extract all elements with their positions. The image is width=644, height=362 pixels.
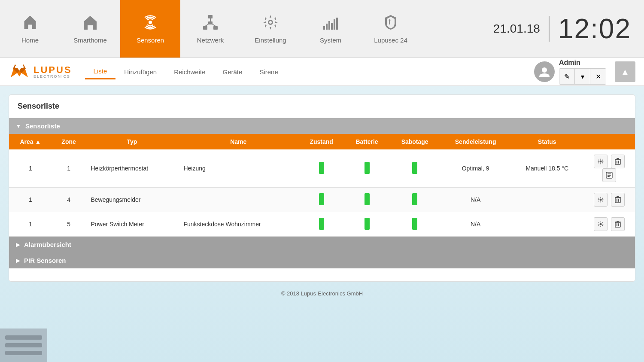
clock-time: 12:02: [558, 13, 631, 45]
user-avatar: [534, 61, 555, 82]
pir-arrow: ▶: [16, 258, 20, 264]
sec-nav-links: Liste Hinzufügen Reichweite Geräte Siren…: [85, 64, 534, 79]
lupus-fox-icon: [9, 60, 30, 83]
svg-rect-11: [326, 24, 328, 30]
col-actions: [583, 134, 635, 149]
smarthome-icon: [82, 14, 98, 33]
row3-status: [511, 212, 583, 237]
sec-nav-sirene[interactable]: Sirene: [251, 64, 286, 79]
pir-section-header[interactable]: ▶ PIR Sensoren: [9, 252, 635, 268]
panel-title: Sensorliste: [9, 95, 635, 118]
col-sendeleistung: Sendeleistung: [440, 134, 511, 149]
row2-settings-button[interactable]: [594, 193, 608, 207]
svg-rect-1: [208, 15, 213, 18]
batterie-indicator: [365, 193, 370, 205]
row1-extra-button[interactable]: [602, 168, 616, 182]
table-row: 1 5 Power Switch Meter Funksteckdose Woh…: [9, 212, 635, 237]
row2-area: 1: [9, 188, 52, 212]
row3-delete-button[interactable]: [611, 217, 625, 231]
row2-status: [511, 188, 583, 212]
sensorliste-arrow: ▼: [16, 123, 21, 129]
row2-zone: 4: [52, 188, 86, 212]
row2-sendeleistung: N/A: [440, 188, 511, 212]
svg-rect-16: [389, 21, 390, 24]
sabotage-indicator: [412, 162, 417, 174]
batterie-indicator: [365, 162, 370, 174]
sec-nav-liste[interactable]: Liste: [85, 64, 116, 79]
nav-smarthome[interactable]: Smarthome: [60, 0, 120, 58]
user-edit-button[interactable]: ✎: [559, 69, 575, 84]
row1-status: Manuell 18.5 °C: [511, 149, 583, 188]
nav-einstellung[interactable]: Einstellung: [240, 0, 301, 58]
svg-rect-32: [608, 175, 611, 176]
footer-copyright: © 2018 Lupus-Electronics GmbH: [281, 290, 363, 297]
bottom-widget: [0, 329, 47, 362]
sec-nav-reichweite[interactable]: Reichweite: [165, 64, 214, 79]
alarm-section-label: Alarmübersicht: [24, 241, 71, 248]
table-row: 1 4 Bewegungsmelder N/A: [9, 188, 635, 212]
lupusec-icon: [383, 14, 399, 33]
widget-line-1: [5, 335, 42, 340]
svg-point-0: [149, 21, 152, 24]
nav-system[interactable]: System: [301, 0, 361, 58]
row3-sendeleistung: N/A: [440, 212, 511, 237]
user-name: Admin: [559, 59, 606, 67]
nav-lupusec24[interactable]: Lupusec 24: [361, 0, 421, 58]
row3-sabotage: [389, 212, 440, 237]
lupus-sub: ELECTRONICS: [33, 75, 72, 79]
sec-nav-geraete[interactable]: Geräte: [214, 64, 251, 79]
col-status: Status: [511, 134, 583, 149]
col-zustand: Zustand: [298, 134, 344, 149]
einstellung-icon: [262, 14, 279, 33]
user-dropdown-button[interactable]: ▾: [575, 69, 590, 84]
svg-rect-10: [323, 26, 325, 30]
nav-sensoren-label: Sensoren: [137, 37, 164, 44]
sec-nav-hinzufuegen[interactable]: Hinzufügen: [115, 64, 165, 79]
nav-sensoren[interactable]: Sensoren: [120, 0, 180, 58]
svg-rect-43: [618, 223, 619, 226]
svg-rect-7: [208, 21, 213, 24]
svg-rect-12: [328, 21, 330, 30]
row1-zustand: [298, 149, 344, 188]
row1-delete-button[interactable]: [611, 155, 625, 168]
clock-date: 21.01.18: [493, 22, 540, 36]
col-typ: Typ: [85, 134, 178, 149]
lupus-text: LUPUS ELECTRONICS: [33, 65, 72, 79]
row1-area: 1: [9, 149, 52, 188]
svg-rect-37: [618, 199, 619, 202]
row1-batterie: [344, 149, 389, 188]
lupus-brand: LUPUS: [33, 65, 72, 75]
svg-point-21: [15, 66, 18, 68]
svg-rect-31: [608, 173, 611, 174]
svg-point-23: [542, 67, 547, 73]
sabotage-indicator: [412, 193, 417, 205]
nav-einstellung-label: Einstellung: [255, 37, 286, 44]
home-icon: [22, 14, 38, 33]
pir-section-label: PIR Sensoren: [24, 257, 66, 264]
svg-rect-3: [213, 26, 218, 30]
sensor-panel: Sensorliste ▼ Sensorliste Area ▲ Zone Ty…: [9, 94, 635, 282]
svg-point-34: [600, 199, 602, 201]
sensorliste-section-label: Sensorliste: [25, 122, 60, 130]
svg-rect-27: [618, 161, 619, 164]
alarm-section-header[interactable]: ▶ Alarmübersicht: [9, 237, 635, 252]
alarm-arrow: ▶: [16, 242, 20, 248]
svg-rect-35: [615, 198, 620, 203]
table-row: 1 1 Heizkörperthermostat Heizung Optimal…: [9, 149, 635, 188]
zustand-indicator: [319, 193, 324, 205]
svg-rect-2: [203, 26, 207, 30]
row2-delete-button[interactable]: [611, 193, 625, 207]
row3-settings-button[interactable]: [594, 217, 608, 231]
logo-area: LUPUS ELECTRONICS: [9, 60, 72, 83]
sensor-table: Area ▲ Zone Typ Name Zustand Batterie Sa…: [9, 134, 635, 237]
row1-settings-button[interactable]: [594, 155, 608, 168]
svg-point-22: [21, 66, 24, 68]
nav-system-label: System: [320, 37, 341, 44]
user-close-button[interactable]: ✕: [590, 69, 606, 84]
nav-netzwerk[interactable]: Netzwerk: [180, 0, 240, 58]
netzwerk-icon: [202, 14, 219, 33]
collapse-button[interactable]: ▲: [615, 61, 635, 82]
nav-home[interactable]: Home: [0, 0, 60, 58]
sensorliste-section-header[interactable]: ▼ Sensorliste: [9, 118, 635, 134]
row2-typ: Bewegungsmelder: [85, 188, 178, 212]
